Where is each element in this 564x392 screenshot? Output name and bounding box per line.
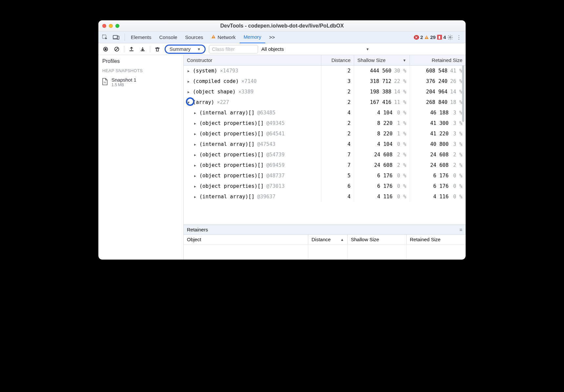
table-row[interactable]: ▶(system) ×147932444 56030 %608 54841 % (184, 66, 466, 76)
constructor-name: (array) (193, 99, 214, 105)
perspective-select[interactable]: Summary ▼ (165, 45, 206, 54)
instance-count: ×3389 (238, 89, 254, 95)
col-shallow[interactable]: Shallow Size▼ (354, 55, 410, 65)
retainers-pane: Retainers ≡ Object Distance▲ Shallow Siz… (184, 225, 466, 260)
minimize-window-button[interactable] (109, 24, 113, 28)
chevron-down-icon: ▼ (366, 47, 369, 51)
object-id: @49345 (266, 120, 285, 126)
ret-col-object[interactable]: Object (184, 235, 308, 244)
table-row[interactable]: ▶(object properties)[] @4934528 2201 %41… (184, 118, 466, 128)
disclosure-icon[interactable]: ▶ (193, 122, 197, 125)
constructor-name: (compiled code) (193, 78, 239, 84)
table-row[interactable]: ▶(object properties)[] @54739724 6082 %2… (184, 149, 466, 160)
save-profile-icon[interactable] (139, 45, 147, 53)
warning-icon (424, 35, 429, 40)
object-id: @54739 (266, 152, 285, 158)
object-id: @63485 (257, 110, 275, 116)
device-toolbar-icon[interactable] (112, 33, 120, 41)
tab-memory[interactable]: Memory (240, 31, 265, 43)
svg-rect-6 (426, 38, 427, 38)
object-id: @73013 (266, 183, 285, 189)
ret-col-distance[interactable]: Distance▲ (308, 235, 348, 244)
constructor-name: (object properties)[] (199, 120, 264, 126)
more-menu-icon[interactable]: ⋮ (454, 33, 463, 42)
disclosure-icon[interactable]: ▶ (187, 80, 190, 83)
col-constructor[interactable]: Constructor (184, 55, 321, 65)
record-icon[interactable] (102, 45, 110, 53)
disclosure-icon[interactable]: ▶ (193, 153, 197, 157)
svg-text:%: % (104, 81, 106, 84)
profiles-sidebar: Profiles HEAP SNAPSHOTS % Snapshot 1 1.5… (98, 55, 184, 260)
table-row[interactable]: ▶(internal array)[] @3963744 1160 %4 116… (184, 191, 466, 202)
table-row[interactable]: ▶(object properties)[] @69459724 6082 %2… (184, 160, 466, 170)
chevron-down-icon: ▼ (197, 47, 201, 51)
tab-console[interactable]: Console (155, 31, 181, 43)
table-row[interactable]: ▶(object properties)[] @6454128 2201 %41… (184, 128, 466, 139)
constructor-name: (internal array)[] (199, 110, 254, 116)
svg-line-11 (115, 48, 118, 50)
table-row[interactable]: ▶(internal array)[] @6348544 1040 %46 18… (184, 108, 466, 118)
disclosure-icon[interactable]: ▶ (193, 111, 197, 115)
table-row[interactable]: ▶(internal array)[] @4754344 1040 %40 80… (184, 139, 466, 149)
constructor-name: (internal array)[] (199, 194, 254, 200)
instance-count: ×7140 (241, 78, 257, 84)
object-id: @48737 (266, 173, 285, 179)
constructor-name: (object shape) (193, 89, 236, 95)
disclosure-icon[interactable]: ▶ (187, 90, 190, 94)
titlebar: DevTools - codepen.io/web-dot-dev/live/P… (98, 20, 466, 31)
zoom-window-button[interactable] (115, 24, 119, 28)
constructor-name: (object properties)[] (199, 152, 264, 158)
disclosure-icon[interactable]: ▶ (193, 164, 197, 167)
object-id: @69459 (266, 162, 285, 168)
svg-rect-4 (213, 37, 213, 38)
panel-tabs: Elements Console Sources Network Memory … (98, 31, 466, 43)
collect-garbage-icon[interactable] (153, 45, 161, 53)
close-window-button[interactable] (102, 24, 106, 28)
separator (124, 46, 124, 52)
col-retained[interactable]: Retained Size (410, 55, 466, 65)
tab-sources[interactable]: Sources (181, 31, 207, 43)
scrollbar[interactable] (462, 56, 464, 122)
inspect-element-icon[interactable] (101, 33, 109, 41)
tab-elements[interactable]: Elements (127, 31, 155, 43)
sidebar-heading: Profiles (98, 55, 183, 67)
table-row[interactable]: ▶(compiled code) ×71403318 71222 %376 24… (184, 76, 466, 87)
disclosure-icon[interactable]: ▶ (193, 195, 197, 199)
snapshot-name: Snapshot 1 (111, 77, 136, 83)
status-counters[interactable]: ✕2 29 ▮4 (414, 34, 446, 40)
table-row[interactable]: ▶(object properties)[] @4873756 1760 %6 … (184, 170, 466, 181)
disclosure-icon[interactable]: ▶ (193, 143, 197, 146)
snapshot-item[interactable]: % Snapshot 1 1.5 MB (98, 75, 183, 89)
table-row[interactable]: ▶(object properties)[] @7301366 1760 %6 … (184, 181, 466, 191)
disclosure-icon[interactable]: ▶ (187, 69, 190, 73)
svg-rect-1 (113, 35, 117, 39)
clear-icon[interactable] (113, 45, 121, 53)
svg-rect-5 (426, 36, 427, 38)
svg-point-9 (105, 48, 107, 50)
object-id: @47543 (257, 141, 275, 147)
table-row[interactable]: ▼(array) ×2272167 41611 %268 84018 % (184, 97, 466, 108)
traffic-lights (102, 20, 119, 31)
disclosure-icon[interactable]: ▶ (193, 174, 197, 178)
settings-gear-icon[interactable] (446, 33, 454, 42)
load-profile-icon[interactable] (128, 45, 135, 53)
disclosure-icon[interactable]: ▶ (193, 132, 197, 136)
tabs-overflow-button[interactable]: >> (265, 31, 279, 43)
retainers-menu-icon[interactable]: ≡ (459, 227, 462, 232)
sort-asc-icon: ▲ (340, 238, 344, 242)
ret-col-retained[interactable]: Retained Size (407, 235, 466, 244)
svg-rect-3 (213, 36, 213, 37)
error-icon: ✕ (414, 35, 419, 40)
col-distance[interactable]: Distance (321, 55, 354, 65)
tab-network[interactable]: Network (207, 31, 240, 43)
instance-count: ×14793 (220, 68, 238, 74)
document-icon: % (102, 78, 108, 86)
object-scope-select[interactable]: All objects ▼ (261, 46, 369, 52)
object-id: @39637 (257, 194, 275, 200)
ret-col-shallow[interactable]: Shallow Size (348, 235, 407, 244)
constructor-name: (internal array)[] (199, 141, 254, 147)
table-row[interactable]: ▶(object shape) ×33892198 38814 %204 964… (184, 87, 466, 97)
window-title: DevTools - codepen.io/web-dot-dev/live/P… (220, 23, 344, 29)
disclosure-icon[interactable]: ▶ (193, 185, 197, 188)
class-filter-input[interactable]: Class filter (209, 45, 258, 53)
